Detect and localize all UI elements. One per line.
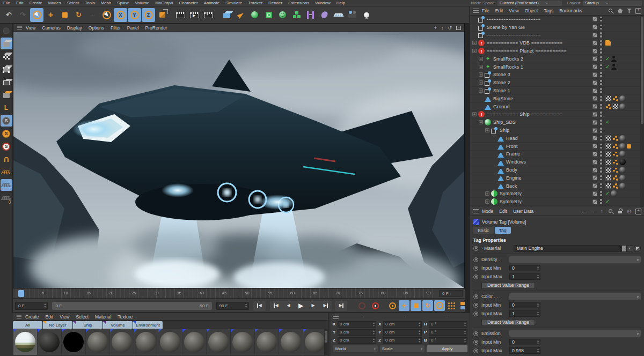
- go-to-end-icon[interactable]: ▶: [335, 301, 347, 311]
- layer-tab-ship[interactable]: Ship: [73, 321, 103, 329]
- object-row[interactable]: + Ship_SDS ✓: [470, 118, 644, 127]
- spline-modifier-icon[interactable]: [304, 8, 317, 22]
- menu-select[interactable]: Select: [67, 1, 79, 5]
- coordinate-field[interactable]: 0 cm▲▼: [383, 337, 422, 344]
- value-field[interactable]: 0▲▼: [509, 339, 540, 345]
- material-thumbnail[interactable]: [110, 329, 134, 355]
- enabled-check-icon[interactable]: ✓: [605, 199, 610, 204]
- edit-toggle-icon[interactable]: [592, 96, 597, 101]
- material-scrollbar[interactable]: [324, 329, 328, 355]
- material-menu-view[interactable]: View: [60, 314, 69, 320]
- material-menu-texture[interactable]: Texture: [118, 314, 133, 320]
- menu-spline[interactable]: Spline: [117, 1, 129, 5]
- edit-toggle-icon[interactable]: [592, 144, 597, 149]
- camera-icon[interactable]: [346, 8, 359, 22]
- expand-toggle-icon[interactable]: +: [479, 72, 483, 77]
- selection-icon[interactable]: [100, 8, 113, 22]
- edit-toggle-icon[interactable]: [592, 17, 597, 21]
- menu-modes[interactable]: Modes: [48, 1, 61, 5]
- polygon-mode-icon[interactable]: [1, 89, 12, 101]
- primitive-cube-icon[interactable]: [220, 8, 233, 22]
- object-row[interactable]: --------------------------------: [470, 16, 644, 24]
- expand-toggle-icon[interactable]: +: [479, 80, 483, 85]
- edit-toggle-icon[interactable]: [592, 191, 597, 196]
- material-thumbnail[interactable]: [38, 329, 61, 355]
- edit-toggle-icon[interactable]: [592, 199, 597, 204]
- visibility-dots-icon[interactable]: [600, 32, 602, 38]
- point-mode-icon[interactable]: [1, 63, 12, 75]
- scale-icon[interactable]: [58, 8, 71, 22]
- object-menu-view[interactable]: View: [509, 8, 518, 13]
- layout-dropdown[interactable]: Startup▾: [583, 1, 642, 6]
- expand-toggle-icon[interactable]: +: [479, 88, 483, 93]
- attribute-add-panel-icon[interactable]: [635, 209, 641, 214]
- tab-tag[interactable]: Tag: [495, 227, 511, 234]
- menu-create[interactable]: Create: [30, 1, 42, 5]
- object-row[interactable]: + Symmetry ✓: [470, 190, 644, 198]
- timeline-playhead[interactable]: [18, 290, 24, 297]
- lock-x-axis-icon[interactable]: X: [114, 8, 127, 22]
- visibility-dots-icon[interactable]: [600, 80, 602, 85]
- visibility-dots-icon[interactable]: [600, 17, 602, 22]
- material-thumbnail[interactable]: [158, 329, 182, 355]
- visibility-dots-icon[interactable]: [600, 120, 602, 125]
- visibility-dots-icon[interactable]: [600, 199, 602, 204]
- key-circle-icon[interactable]: [473, 294, 478, 299]
- viewport-hamburger-icon[interactable]: [17, 26, 22, 29]
- menu-simulate[interactable]: Simulate: [225, 1, 242, 5]
- object-row[interactable]: Head: [470, 135, 644, 143]
- make-editable-icon[interactable]: [1, 25, 12, 36]
- attribute-menu-edit[interactable]: Edit: [499, 209, 507, 214]
- edit-toggle-icon[interactable]: [592, 175, 597, 180]
- edit-toggle-icon[interactable]: [592, 56, 597, 61]
- material-key-circle[interactable]: [473, 246, 478, 251]
- visibility-dots-icon[interactable]: [600, 48, 602, 54]
- visibility-dots-icon[interactable]: [600, 191, 602, 196]
- material-link-field[interactable]: Main Engine: [514, 245, 621, 252]
- toggle-view-icon[interactable]: [456, 26, 461, 30]
- uv-tag-icon[interactable]: [605, 159, 611, 165]
- workplane-icon[interactable]: [1, 166, 12, 178]
- target-icon[interactable]: ◎: [626, 209, 632, 214]
- character-tag-icon[interactable]: [611, 56, 617, 62]
- object-row[interactable]: + ! =========== VDB ===========: [470, 39, 644, 47]
- object-row[interactable]: + Stone 3: [470, 71, 644, 79]
- phong-tag-icon[interactable]: [612, 183, 618, 189]
- redo-icon[interactable]: ↷: [16, 8, 30, 22]
- edge-mode-icon[interactable]: [1, 76, 12, 88]
- menu-tracker[interactable]: Tracker: [248, 1, 262, 5]
- key-circle-icon[interactable]: [473, 275, 478, 279]
- attribute-search-icon[interactable]: [608, 209, 614, 214]
- rotate-icon[interactable]: ↻: [72, 8, 85, 22]
- visibility-dots-icon[interactable]: [600, 128, 602, 133]
- visibility-dots-icon[interactable]: [600, 183, 602, 189]
- cloner-icon[interactable]: [290, 8, 303, 22]
- menu-tools[interactable]: Tools: [85, 1, 95, 5]
- detect-value-range-button[interactable]: Detect Value Range: [481, 282, 535, 289]
- matdark-tag-icon[interactable]: [619, 159, 626, 165]
- visibility-dots-icon[interactable]: [600, 136, 602, 141]
- attribute-menu-mode[interactable]: Mode: [482, 209, 493, 214]
- viewport-menu-view[interactable]: View: [26, 25, 35, 31]
- edit-toggle-icon[interactable]: [592, 152, 597, 157]
- viewport-menu-display[interactable]: Display: [67, 25, 82, 31]
- mat-tag-icon[interactable]: [619, 167, 626, 173]
- object-menu-file[interactable]: File: [482, 8, 489, 13]
- pan-view-icon[interactable]: +: [434, 25, 437, 31]
- material-thumbnail[interactable]: [134, 329, 158, 355]
- path-filter-icon[interactable]: [617, 8, 623, 14]
- menu-edit[interactable]: Edit: [16, 1, 24, 5]
- filter-icon[interactable]: [626, 8, 632, 14]
- model-mode-icon[interactable]: [1, 38, 12, 49]
- menu-volume[interactable]: Volume: [135, 1, 149, 5]
- menu-render[interactable]: Render: [268, 1, 282, 5]
- key-circle-icon[interactable]: [473, 303, 478, 308]
- visibility-dots-icon[interactable]: [600, 56, 602, 62]
- uv-tag-icon[interactable]: [605, 95, 611, 101]
- visibility-dots-icon[interactable]: [600, 175, 602, 181]
- object-row[interactable]: + ✦ SmallRocks 1 ✓: [470, 63, 644, 71]
- object-row[interactable]: Back: [470, 182, 644, 190]
- mat-tag-icon[interactable]: [619, 135, 626, 142]
- go-to-start-icon[interactable]: ◀: [253, 301, 266, 311]
- enabled-check-icon[interactable]: ✓: [605, 64, 610, 70]
